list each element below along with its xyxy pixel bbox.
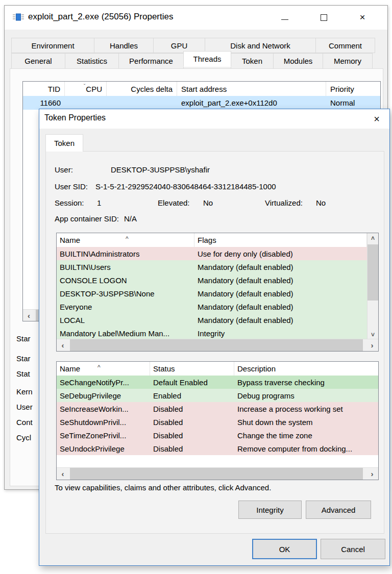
thread-row[interactable]: 11660 exploit_part_2.exe+0x112d0 Normal	[23, 96, 380, 110]
column-header-flags[interactable]: Flags	[194, 233, 367, 247]
privileges-hscrollbar[interactable]: ‹ ›	[57, 467, 378, 480]
column-label: Start address	[181, 85, 227, 93]
column-header-name[interactable]: Name^	[57, 233, 194, 247]
scroll-right-icon[interactable]: ›	[366, 468, 378, 480]
tab-environment[interactable]: Environment	[11, 38, 94, 53]
groups-hscrollbar[interactable]: ‹ ›	[57, 339, 378, 351]
column-label: Cycles delta	[131, 85, 173, 93]
privilege-name: SeTimeZonePrivil...	[57, 429, 150, 442]
group-row[interactable]: BUILTIN\Administrators Use for deny only…	[57, 247, 367, 260]
tab-modules[interactable]: Modules	[273, 53, 323, 69]
sort-asc-icon: ^	[126, 235, 129, 242]
token-properties-dialog: Token Properties × Token User: DESKTOP-3…	[39, 109, 390, 566]
privilege-row[interactable]: SeTimeZonePrivil... Disabled Change the …	[57, 429, 378, 442]
elevated-label: Elevated:	[158, 198, 190, 207]
dialog-titlebar[interactable]: Token Properties ×	[39, 109, 389, 129]
detail-label-start-address: Star	[16, 334, 31, 343]
groups-vscrollbar[interactable]: ˄ ˅	[367, 233, 378, 340]
tab-label: Token	[54, 139, 75, 147]
tab-threads[interactable]: Threads	[183, 51, 231, 67]
column-header-status[interactable]: Status	[150, 362, 234, 376]
group-flags: Mandatory (default enabled)	[194, 260, 367, 273]
scroll-right-icon[interactable]: ›	[366, 339, 378, 351]
scroll-up-icon[interactable]: ˄	[368, 233, 378, 243]
tab-memory[interactable]: Memory	[323, 53, 373, 69]
column-header-start-address[interactable]: Start address	[177, 82, 326, 96]
detail-label-started: Star	[16, 354, 31, 363]
button-label: Cancel	[341, 545, 365, 554]
tab-label: Threads	[193, 55, 221, 63]
tab-token-page[interactable]: Token	[45, 134, 83, 152]
privileges-table: Name^ Status Description SeChangeNotifyP…	[56, 361, 379, 480]
privilege-row[interactable]: SeDebugPrivilege Enabled Debug programs	[57, 389, 378, 402]
dialog-title: Token Properties	[44, 113, 106, 122]
tab-label: Comment	[329, 41, 362, 50]
privilege-row[interactable]: SeUndockPrivilege Disabled Remove comput…	[57, 442, 378, 455]
advanced-note: To view capabilities, claims and other a…	[55, 483, 271, 492]
column-label: Status	[153, 364, 175, 373]
column-label: Name	[60, 364, 80, 373]
user-value: DESKTOP-3USPPSB\yshafir	[111, 165, 210, 174]
cancel-button[interactable]: Cancel	[321, 539, 385, 559]
scroll-down-icon[interactable]: ˅	[368, 330, 378, 340]
group-name: Everyone	[57, 300, 194, 313]
tab-general[interactable]: General	[11, 53, 65, 69]
integrity-button[interactable]: Integrity	[238, 501, 302, 519]
privilege-row[interactable]: SeChangeNotifyPr... Default Enabled Bypa…	[57, 376, 378, 389]
thread-cycles-delta	[107, 96, 177, 110]
scroll-left-icon[interactable]: ‹	[23, 310, 35, 321]
sort-desc-icon: ˇ	[84, 84, 86, 89]
tab-comment[interactable]: Comment	[315, 38, 375, 53]
scroll-track[interactable]	[69, 468, 366, 480]
column-header-description[interactable]: Description	[234, 362, 378, 376]
close-button[interactable]: ×	[351, 9, 374, 26]
user-label: User:	[55, 165, 73, 174]
user-sid-value: S-1-5-21-2929524040-830648464-3312184485…	[95, 182, 276, 191]
tab-label: Memory	[334, 57, 361, 65]
maximize-button[interactable]	[312, 9, 335, 26]
scroll-thumb[interactable]	[368, 244, 378, 301]
ok-button[interactable]: OK	[252, 539, 317, 559]
scroll-left-icon[interactable]: ‹	[57, 468, 69, 480]
minimize-button[interactable]	[273, 9, 297, 26]
close-icon: ×	[374, 113, 380, 125]
dialog-close-button[interactable]: ×	[368, 111, 385, 127]
column-header-cpu[interactable]: ˇCPU	[65, 82, 107, 96]
scroll-thumb[interactable]	[70, 339, 363, 351]
virtualized-label: Virtualized:	[265, 198, 303, 207]
group-row[interactable]: Everyone Mandatory (default enabled)	[57, 300, 367, 313]
main-titlebar[interactable]: exploit_part_2.exe (25056) Properties ×	[5, 6, 387, 30]
group-row[interactable]: LOCAL Mandatory (default enabled)	[57, 313, 367, 327]
group-row[interactable]: CONSOLE LOGON Mandatory (default enabled…	[57, 273, 367, 287]
tab-handles[interactable]: Handles	[94, 38, 154, 53]
column-header-tid[interactable]: TID	[23, 82, 65, 96]
group-row[interactable]: DESKTOP-3USPPSB\None Mandatory (default …	[57, 287, 367, 300]
scroll-track[interactable]	[69, 339, 366, 351]
column-header-name[interactable]: Name^	[57, 362, 150, 376]
privilege-description: Debug programs	[234, 389, 378, 402]
tab-performance[interactable]: Performance	[118, 53, 184, 69]
group-row[interactable]: Mandatory Label\Medium Man... Integrity	[57, 327, 367, 340]
privilege-name: SeUndockPrivilege	[57, 442, 150, 455]
group-flags: Mandatory (default enabled)	[194, 287, 367, 300]
scroll-thumb[interactable]	[70, 468, 363, 480]
advanced-button[interactable]: Advanced	[306, 501, 371, 519]
privilege-row[interactable]: SeShutdownPrivil... Disabled Shut down t…	[57, 415, 378, 429]
group-row[interactable]: BUILTIN\Users Mandatory (default enabled…	[57, 260, 367, 273]
thread-cpu	[65, 96, 107, 110]
privilege-name: SeDebugPrivilege	[57, 389, 150, 402]
tab-token[interactable]: Token	[231, 53, 274, 69]
scroll-left-icon[interactable]: ‹	[57, 339, 69, 351]
group-name: BUILTIN\Users	[57, 260, 194, 273]
privilege-name: SeShutdownPrivil...	[57, 415, 150, 429]
column-header-priority[interactable]: Priority	[326, 82, 380, 96]
detail-label-state: Stat	[16, 369, 30, 378]
privilege-row[interactable]: SeIncreaseWorkin... Disabled Increase a …	[57, 402, 378, 415]
thread-priority: Normal	[326, 96, 380, 110]
column-label: Name	[60, 236, 80, 244]
privilege-status: Disabled	[150, 429, 234, 442]
column-header-cycles-delta[interactable]: Cycles delta	[107, 82, 177, 96]
tab-label: Disk and Network	[230, 41, 290, 50]
tab-statistics[interactable]: Statistics	[65, 53, 119, 69]
privilege-status: Disabled	[150, 415, 234, 429]
